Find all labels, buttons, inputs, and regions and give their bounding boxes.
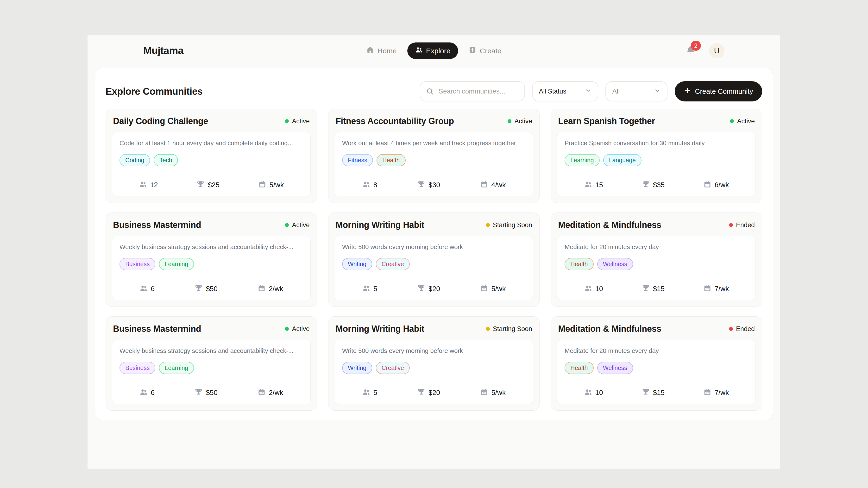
members-stat: 6 bbox=[140, 284, 155, 293]
app-header: Mujtama Home bbox=[88, 35, 780, 66]
community-title: Morning Writing Habit bbox=[336, 324, 424, 334]
tag-tech: Tech bbox=[154, 154, 178, 166]
community-description: Weekly business strategy sessions and ac… bbox=[120, 243, 303, 251]
tag-learning: Learning bbox=[159, 362, 194, 374]
tag-language: Language bbox=[603, 154, 642, 166]
community-card[interactable]: Morning Writing Habit Starting Soon Writ… bbox=[328, 316, 540, 411]
frequency-value: 7/wk bbox=[715, 389, 729, 397]
user-avatar[interactable]: U bbox=[709, 43, 724, 58]
card-header: Learn Spanish Together Active bbox=[557, 116, 756, 126]
card-body: Weekly business strategy sessions and ac… bbox=[112, 340, 311, 404]
members-stat: 10 bbox=[584, 388, 603, 397]
tag-list: CodingTech bbox=[120, 154, 303, 166]
svg-text:17: 17 bbox=[706, 184, 709, 187]
card-body: Code for at least 1 hour every day and c… bbox=[112, 132, 311, 196]
nav-explore[interactable]: Explore bbox=[407, 42, 458, 59]
panel-toolbar: Explore Communities All Status bbox=[105, 81, 762, 101]
bell-icon bbox=[686, 52, 695, 56]
tag-list: BusinessLearning bbox=[120, 362, 303, 374]
members-stat: 6 bbox=[140, 388, 155, 397]
community-description: Write 500 words every morning before wor… bbox=[342, 243, 526, 251]
nav-create[interactable]: Create bbox=[469, 46, 501, 56]
community-description: Meditate for 20 minutes every day bbox=[564, 243, 748, 251]
stats-row: 12 $25 bbox=[120, 180, 303, 189]
svg-text:17: 17 bbox=[483, 288, 486, 290]
nav-home[interactable]: Home bbox=[366, 46, 397, 56]
trophy-icon bbox=[417, 180, 425, 189]
stake-amount: $20 bbox=[429, 285, 440, 293]
tag-list: FitnessHealth bbox=[342, 154, 526, 166]
community-card[interactable]: Fitness Accountability Group Active Work… bbox=[328, 109, 540, 203]
card-header: Morning Writing Habit Starting Soon bbox=[335, 220, 533, 230]
card-header: Fitness Accountability Group Active bbox=[335, 116, 533, 126]
tag-learning: Learning bbox=[159, 258, 194, 270]
community-card[interactable]: Meditation & Mindfulness Ended Meditate … bbox=[551, 213, 762, 307]
status-badge: Active bbox=[285, 118, 310, 125]
frequency-value: 5/wk bbox=[270, 181, 284, 189]
community-description: Write 500 words every morning before wor… bbox=[342, 347, 526, 355]
stake-amount: $20 bbox=[429, 389, 440, 397]
community-title: Business Mastermind bbox=[113, 324, 201, 334]
stake-stat: $35 bbox=[642, 180, 664, 189]
members-count: 5 bbox=[373, 389, 377, 397]
community-card[interactable]: Meditation & Mindfulness Ended Meditate … bbox=[551, 316, 762, 411]
filter-controls: All Status All bbox=[420, 81, 762, 101]
members-stat: 5 bbox=[362, 388, 377, 397]
tag-creative: Creative bbox=[376, 258, 410, 270]
status-badge: Ended bbox=[729, 221, 755, 229]
community-description: Practice Spanish conversation for 30 min… bbox=[564, 139, 748, 147]
nav-explore-label: Explore bbox=[426, 46, 451, 55]
community-description: Weekly business strategy sessions and ac… bbox=[120, 347, 303, 355]
status-filter-value: All Status bbox=[539, 88, 566, 95]
calendar-icon: 17 bbox=[703, 180, 711, 189]
status-label: Active bbox=[292, 221, 310, 229]
tag-list: LearningLanguage bbox=[564, 154, 748, 166]
frequency-value: 7/wk bbox=[715, 285, 729, 293]
trophy-icon bbox=[194, 284, 203, 293]
community-card[interactable]: Daily Coding Challenge Active Code for a… bbox=[105, 109, 317, 203]
calendar-icon: 17 bbox=[703, 284, 711, 293]
community-title: Business Mastermind bbox=[113, 220, 201, 230]
stake-amount: $50 bbox=[206, 389, 217, 397]
card-body: Write 500 words every morning before wor… bbox=[335, 236, 533, 300]
svg-text:17: 17 bbox=[260, 392, 263, 394]
nav-create-label: Create bbox=[480, 46, 501, 55]
status-badge: Active bbox=[507, 118, 532, 125]
community-card[interactable]: Business Mastermind Active Weekly busine… bbox=[105, 213, 317, 307]
card-header: Daily Coding Challenge Active bbox=[112, 116, 311, 126]
community-description: Work out at least 4 times per week and t… bbox=[342, 139, 526, 147]
community-title: Morning Writing Habit bbox=[336, 220, 424, 230]
tag-business: Business bbox=[120, 258, 155, 270]
stats-row: 6 $50 bbox=[120, 284, 303, 293]
status-dot-icon bbox=[729, 327, 733, 331]
frequency-value: 5/wk bbox=[492, 389, 506, 397]
status-badge: Starting Soon bbox=[486, 221, 532, 229]
status-filter-select[interactable]: All Status bbox=[532, 81, 598, 101]
stats-row: 5 $20 bbox=[342, 284, 526, 293]
status-label: Active bbox=[515, 118, 532, 125]
tag-list: WritingCreative bbox=[342, 362, 526, 374]
create-community-label: Create Community bbox=[695, 88, 753, 95]
users-icon bbox=[140, 388, 148, 397]
calendar-icon: 17 bbox=[257, 284, 266, 293]
tag-health: Health bbox=[564, 362, 593, 374]
tag-coding: Coding bbox=[120, 154, 150, 166]
users-icon bbox=[584, 284, 592, 293]
category-filter-select[interactable]: All bbox=[606, 81, 668, 101]
stats-row: 15 $35 bbox=[564, 180, 748, 189]
svg-text:17: 17 bbox=[261, 184, 264, 187]
community-description: Meditate for 20 minutes every day bbox=[564, 347, 748, 355]
card-header: Business Mastermind Active bbox=[112, 324, 311, 334]
notifications-button[interactable]: 2 bbox=[686, 45, 695, 56]
community-card[interactable]: Morning Writing Habit Starting Soon Writ… bbox=[328, 213, 540, 307]
members-count: 10 bbox=[595, 285, 603, 293]
members-count: 6 bbox=[151, 389, 155, 397]
users-icon bbox=[415, 46, 423, 56]
stake-stat: $15 bbox=[642, 388, 664, 397]
tag-business: Business bbox=[120, 362, 155, 374]
community-card[interactable]: Learn Spanish Together Active Practice S… bbox=[551, 109, 762, 203]
search-input[interactable] bbox=[420, 81, 525, 101]
status-badge: Active bbox=[285, 221, 310, 229]
create-community-button[interactable]: Create Community bbox=[675, 81, 762, 101]
community-card[interactable]: Business Mastermind Active Weekly busine… bbox=[105, 316, 317, 411]
